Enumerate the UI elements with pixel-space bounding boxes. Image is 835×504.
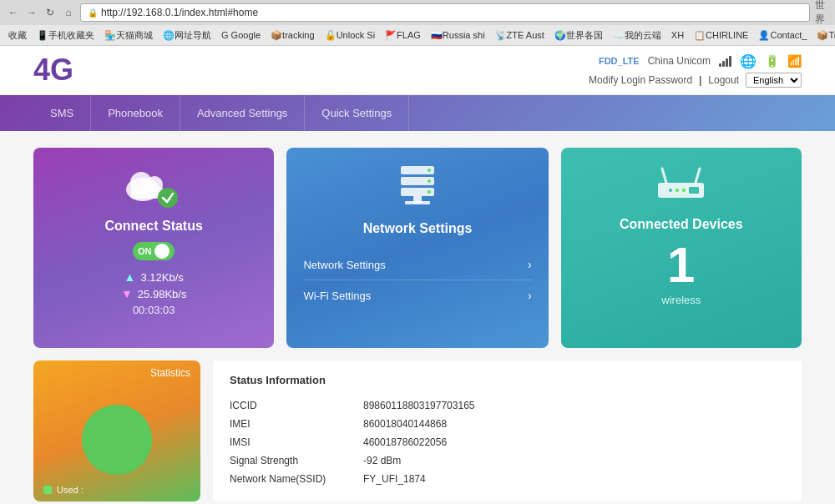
bookmark-item[interactable]: 🇷🇺Russia shi — [428, 29, 488, 42]
bookmark-item[interactable]: ☁️我的云端 — [610, 28, 665, 43]
status-label-imsi: IMSI — [230, 433, 363, 451]
svg-rect-19 — [689, 187, 699, 194]
status-label-imei: IMEI — [230, 415, 363, 433]
signal-bar-1 — [719, 63, 721, 67]
back-button[interactable]: ← — [7, 6, 20, 19]
status-value-imsi: 460018786022056 — [363, 433, 785, 451]
signal-bars — [719, 55, 731, 67]
action-row: Modify Login Password | Logout English 中… — [589, 73, 802, 88]
session-timer: 00:03:03 — [133, 304, 175, 316]
svg-line-14 — [662, 169, 666, 183]
network-type-label: FDD_LTE — [599, 56, 640, 66]
donut-chart — [33, 386, 200, 481]
svg-point-11 — [428, 179, 431, 183]
connect-status-card: Connect Status ON ▲ 3.12Kb/s ▼ 25.98Kb/s… — [33, 148, 274, 348]
status-label-signal: Signal Strength — [230, 451, 363, 470]
svg-point-12 — [428, 190, 431, 194]
home-button[interactable]: ⌂ — [62, 6, 75, 19]
signal-bar-2 — [722, 61, 725, 67]
status-value-iccid: 89860118803197703165 — [363, 396, 785, 415]
stats-title: Statistics — [33, 360, 200, 386]
status-value-signal: -92 dBm — [363, 451, 785, 470]
router-header: 4G FDD_LTE China Unicom 🌐 🔋 📶 Modify Log… — [0, 46, 835, 95]
battery-icon: 🔋 — [765, 54, 779, 68]
tab-advanced-settings[interactable]: Advanced Settings — [180, 95, 305, 131]
address-text: http://192.168.0.1/index.html#home — [101, 7, 258, 18]
network-settings-label: Network Settings — [303, 259, 385, 271]
status-label-iccid: ICCID — [230, 396, 363, 415]
tab-phonebook[interactable]: Phonebook — [91, 95, 180, 131]
language-select[interactable]: English 中文 — [746, 73, 802, 88]
legend-used-dot — [43, 486, 52, 494]
bookmark-item[interactable]: 📡ZTE Aust — [492, 29, 548, 42]
carrier-label: China Unicom — [648, 55, 711, 67]
table-row: IMSI 460018786022056 — [230, 433, 785, 451]
wifi-settings-item[interactable]: Wi-Fi Settings › — [303, 280, 531, 310]
status-info-title: Status Information — [230, 374, 785, 386]
chevron-icon-1: › — [528, 258, 532, 271]
modify-password-link[interactable]: Modify Login Password — [589, 74, 692, 86]
svg-point-18 — [682, 189, 686, 192]
network-settings-item[interactable]: Network Settings › — [303, 249, 531, 280]
bookmark-item[interactable]: 🌍世界各国 — [551, 28, 606, 43]
toggle-knob — [154, 244, 170, 259]
bookmark-item[interactable]: 📦Tracking — [813, 29, 835, 42]
lock-icon: 🔒 — [88, 8, 98, 18]
network-settings-card: Network Settings Network Settings › Wi-F… — [286, 148, 548, 348]
table-row: Network Name(SSID) FY_UFI_1874 — [230, 470, 785, 488]
toggle-label: ON — [138, 246, 152, 256]
svg-point-21 — [82, 405, 152, 475]
main-content: Connect Status ON ▲ 3.12Kb/s ▼ 25.98Kb/s… — [0, 131, 835, 504]
legend-used-label: Used : — [57, 485, 84, 495]
globe-icon: 🌐 — [740, 53, 757, 69]
logout-link[interactable]: Logout — [708, 74, 739, 86]
download-arrow-icon: ▼ — [121, 287, 133, 300]
svg-line-15 — [696, 169, 700, 183]
bookmark-item[interactable]: 👤Contact_ — [755, 29, 810, 42]
table-row: Signal Strength -92 dBm — [230, 451, 785, 470]
status-value-ssid: FY_UFI_1874 — [363, 470, 785, 488]
signal-row: FDD_LTE China Unicom 🌐 🔋 📶 — [599, 53, 802, 69]
bookmark-item[interactable]: 🌐网址导航 — [159, 28, 215, 43]
upload-speed-row: ▲ 3.12Kb/s — [124, 270, 184, 284]
download-speed-value: 25.98Kb/s — [138, 288, 187, 300]
router-ui: 4G FDD_LTE China Unicom 🌐 🔋 📶 Modify Log… — [0, 46, 835, 504]
nav-tabs: SMS Phonebook Advanced Settings Quick Se… — [0, 95, 835, 131]
bookmark-item[interactable]: 📱手机收藏夹 — [33, 28, 98, 43]
header-right: FDD_LTE China Unicom 🌐 🔋 📶 Modify Login … — [589, 53, 802, 88]
bookmark-item[interactable]: XH — [668, 29, 687, 41]
table-row: ICCID 89860118803197703165 — [230, 396, 785, 415]
bookmark-item[interactable]: 📋CHIRLINE — [691, 29, 752, 42]
cards-row-1: Connect Status ON ▲ 3.12Kb/s ▼ 25.98Kb/s… — [33, 148, 802, 348]
wifi-settings-label: Wi-Fi Settings — [303, 290, 371, 302]
cards-row-2: Statistics Used : — [33, 360, 802, 501]
connect-toggle[interactable]: ON — [133, 242, 175, 260]
download-speed-row: ▼ 25.98Kb/s — [121, 287, 186, 300]
wifi-icon: 📶 — [787, 54, 802, 68]
bookmark-item[interactable]: 🏪天猫商城 — [101, 28, 156, 43]
status-label-ssid: Network Name(SSID) — [230, 470, 363, 488]
reload-button[interactable]: ↻ — [43, 6, 57, 19]
svg-rect-9 — [405, 201, 430, 204]
connected-devices-title: Connected Devices — [620, 217, 743, 232]
chevron-icon-2: › — [528, 289, 532, 302]
forward-button[interactable]: → — [25, 6, 38, 19]
bookmark-item[interactable]: 收藏 — [5, 28, 30, 43]
statistics-card: Statistics Used : — [33, 360, 200, 501]
tab-quick-settings[interactable]: Quick Settings — [305, 95, 409, 131]
router-device-icon — [654, 164, 708, 204]
svg-point-16 — [669, 189, 672, 192]
stats-legend: Used : — [33, 481, 200, 498]
connect-status-title: Connect Status — [105, 219, 203, 234]
bookmark-item[interactable]: G Google — [218, 29, 264, 41]
upload-speed-value: 3.12Kb/s — [140, 271, 183, 284]
device-count: 1 — [667, 240, 695, 290]
address-bar[interactable]: 🔒 http://192.168.0.1/index.html#home — [80, 3, 810, 22]
bookmark-item[interactable]: 🔓Unlock Si — [321, 29, 378, 42]
cloud-check-icon — [124, 164, 183, 210]
browser-toolbar: ← → ↻ ⌂ 🔒 http://192.168.0.1/index.html#… — [0, 0, 835, 25]
tab-sms[interactable]: SMS — [33, 95, 91, 131]
signal-bar-3 — [726, 58, 728, 67]
bookmark-item[interactable]: 🚩FLAG — [382, 29, 424, 42]
bookmark-item[interactable]: 📦tracking — [267, 29, 318, 42]
